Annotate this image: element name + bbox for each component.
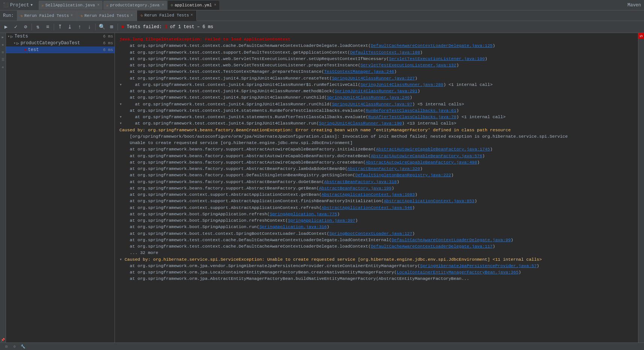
- stacktrace-link[interactable]: AbstractAutowireCapableBeanFactory.java:…: [371, 153, 482, 158]
- stacktrace-link[interactable]: AbstractBeanFactory.java:320: [347, 166, 420, 171]
- maven-label[interactable]: Maven: [627, 3, 641, 8]
- collapse-arrow[interactable]: ▾: [119, 257, 125, 262]
- stacktrace-link[interactable]: ServletTestExecutionListener.java:190: [389, 56, 485, 61]
- file-tab-SellApplication-java[interactable]: ☕SellApplication.java×: [39, 1, 103, 10]
- collapse-arrow[interactable]: ▾: [119, 121, 125, 126]
- down-button[interactable]: ↓: [85, 23, 94, 32]
- sidebar-icon-2[interactable]: ◈: [0, 42, 6, 47]
- up-button[interactable]: ↑: [75, 23, 84, 32]
- stacktrace-link[interactable]: SpringJUnit4ClassRunner.java:190: [319, 121, 402, 126]
- stacktrace-link[interactable]: AbstractBeanFactory.java:199: [319, 186, 391, 191]
- stacktrace-text: org.springframework.beans.factory.suppor…: [137, 160, 365, 165]
- stacktrace-link[interactable]: SpringBootContextLoader.java:127: [329, 231, 412, 236]
- stacktrace-link[interactable]: LocalContainerEntityManagerFactoryBean.j…: [397, 270, 518, 275]
- run-tab-0[interactable]: ↻Rerun Failed Tests×: [17, 11, 77, 21]
- tree-arrow[interactable]: ▾: [14, 41, 16, 45]
- run-tab-close[interactable]: ×: [131, 14, 133, 18]
- stacktrace-text: org.springframework.orm.jpa.vendor.Sprin…: [137, 263, 420, 268]
- stacktrace-link[interactable]: SpringJUnit4ClassRunner.java:246: [327, 95, 410, 100]
- stacktrace-link[interactable]: DefaultCacheAwareContextLoaderDelegate.j…: [371, 244, 492, 249]
- stacktrace-link[interactable]: SpringApplication.java:316: [259, 224, 327, 229]
- bottom-icon-1[interactable]: ⊞: [3, 343, 10, 350]
- collapse-arrow[interactable]: ▾: [119, 82, 125, 87]
- stacktrace-suffix: ) <1 internal call>: [456, 114, 505, 119]
- export-button[interactable]: ⊞: [107, 23, 116, 32]
- stacktrace-text: org.springframework.test.context.junit4.…: [137, 89, 335, 93]
- stacktrace-text: org.springframework.beans.factory.suppor…: [137, 166, 347, 171]
- sidebar-icon-5[interactable]: ⊕: [0, 65, 6, 70]
- stacktrace-link[interactable]: AbstractApplicationContext.java:546: [321, 205, 412, 210]
- stop-button[interactable]: ⊘: [21, 23, 30, 32]
- stacktrace-link[interactable]: DefaultSingletonBeanRegistry.java:222: [355, 173, 451, 177]
- sidebar-icon-1[interactable]: ▶: [0, 35, 6, 40]
- stacktrace-text: org.springframework.test.context.support…: [137, 50, 350, 55]
- stacktrace-text: org.springframework.boot.SpringApplicati…: [137, 218, 288, 223]
- stacktrace-link[interactable]: AbstractApplicationContext.java:853: [384, 198, 475, 203]
- stacktrace-link[interactable]: DefaultCacheAwareContextLoaderDelegate.j…: [371, 43, 492, 48]
- stacktrace-link[interactable]: SpringApplication.java:397: [288, 218, 355, 223]
- output-line: at org.springframework.test.context.Test…: [119, 68, 633, 75]
- bottom-icon-3[interactable]: 🔧: [20, 343, 26, 350]
- stacktrace-text: org.springframework.boot.SpringApplicati…: [137, 212, 270, 216]
- stacktrace-link[interactable]: RunBeforeTestClassCallbacks.java:61: [366, 108, 457, 113]
- expand-all-button[interactable]: ⤓: [65, 23, 74, 32]
- run-tab-1[interactable]: ↻Rerun Failed Tests×: [77, 11, 137, 21]
- sidebar-icon-3[interactable]: ⊟: [0, 50, 6, 55]
- stacktrace-link[interactable]: SpringJUnit4ClassRunner.java:97: [332, 102, 412, 107]
- output-panel[interactable]: java.lang.IllegalStateException: Failed …: [115, 33, 638, 342]
- file-tab-close[interactable]: ×: [97, 3, 100, 7]
- sidebar-icon-4[interactable]: ☰: [0, 57, 6, 62]
- stacktrace-link[interactable]: DefaultTestContext.java:108: [350, 50, 420, 55]
- stacktrace-link[interactable]: SpringJUnit4ClassRunner.java:289: [360, 82, 443, 87]
- tree-item[interactable]: ▾▷Tests6 ms: [6, 33, 115, 40]
- stacktrace-link[interactable]: SpringJUnit4ClassRunner.java:291: [335, 89, 418, 93]
- stacktrace-link[interactable]: AbstractAutowireCapableBeanFactory.java:…: [376, 147, 490, 152]
- tree-arrow[interactable]: ▾: [8, 34, 10, 39]
- stacktrace-prefix: at: [119, 56, 137, 61]
- stacktrace-suffix: ): [392, 186, 394, 191]
- stacktrace-link[interactable]: SpringHibernateJpaPersistenceProvider.ja…: [420, 263, 537, 268]
- project-dropdown-icon[interactable]: ▼: [30, 3, 32, 7]
- file-tab-application-yml[interactable]: ⚙application.yml×: [168, 1, 219, 10]
- play-button[interactable]: ▶: [2, 23, 11, 32]
- file-tab-close[interactable]: ×: [162, 3, 164, 7]
- output-line: ▾ at org.springframework.test.context.ju…: [119, 81, 633, 88]
- bottom-icon-2[interactable]: ⚙: [11, 343, 18, 350]
- collapse-arrow[interactable]: ▾: [119, 114, 125, 119]
- stacktrace-suffix: ): [493, 43, 495, 48]
- project-title[interactable]: ⬛ Project ▼: [3, 2, 33, 8]
- tree-item[interactable]: ●test6 ms: [6, 47, 115, 53]
- stacktrace-link[interactable]: SpringApplication.java:775: [270, 212, 337, 216]
- search-button[interactable]: 🔍: [97, 23, 106, 32]
- stacktrace-link[interactable]: AbstractAutowireCapableBeanFactory.java:…: [366, 160, 477, 165]
- output-line: at org.springframework.test.context.cach…: [119, 243, 633, 249]
- sort-button[interactable]: ≡: [43, 23, 52, 32]
- stacktrace-link[interactable]: TestContextManager.java:246: [324, 69, 394, 74]
- rerun-button[interactable]: ✓: [11, 23, 20, 32]
- file-tab-productCategory-java[interactable]: ☕productCategory.java×: [103, 1, 167, 10]
- collapse-arrow[interactable]: ▾: [119, 102, 125, 107]
- file-tab-label: SellApplication.java: [45, 3, 95, 8]
- stacktrace-text: org.springframework.test.context.junit4.…: [143, 102, 332, 107]
- stacktrace-link[interactable]: RunAfterTestClassCallbacks.java:70: [368, 114, 457, 119]
- stacktrace-link[interactable]: AbstractApplicationContext.java:1083: [321, 192, 415, 197]
- output-line: at org.springframework.orm.jpa.LocalCont…: [119, 269, 633, 275]
- tree-item[interactable]: ▾▷productCategoryDaoTest6 ms: [6, 40, 115, 47]
- stacktrace-suffix: ): [474, 198, 477, 203]
- stacktrace-link[interactable]: DefaultCacheAwareContextLoaderDelegate.j…: [392, 237, 511, 242]
- run-tab-close[interactable]: ×: [190, 13, 193, 17]
- file-tab-close[interactable]: ×: [214, 3, 216, 7]
- run-tab-2[interactable]: ↻Rerun Failed Tests×: [137, 11, 197, 21]
- run-tab-close[interactable]: ×: [71, 14, 73, 18]
- sort-az-button[interactable]: ⇅: [33, 23, 42, 32]
- output-line: ▾ at org.springframework.test.context.ju…: [119, 120, 633, 126]
- stacktrace-link[interactable]: SpringJUnit4ClassRunner.java:227: [332, 76, 415, 81]
- stacktrace-link[interactable]: AbstractBeanFactory.java:318: [324, 179, 397, 184]
- sidebar-pin-icon[interactable]: 📌: [0, 337, 6, 342]
- run-tab-icon: ↻: [81, 14, 83, 18]
- output-line: at org.springframework.beans.factory.sup…: [119, 146, 633, 152]
- right-sidebar-label[interactable]: S: [638, 33, 644, 39]
- collapse-all-button[interactable]: ⤒: [56, 23, 65, 32]
- stacktrace-link[interactable]: ServletTestExecutionListener.java:132: [360, 63, 456, 68]
- run-tab-label: Rerun Failed Tests: [24, 14, 69, 18]
